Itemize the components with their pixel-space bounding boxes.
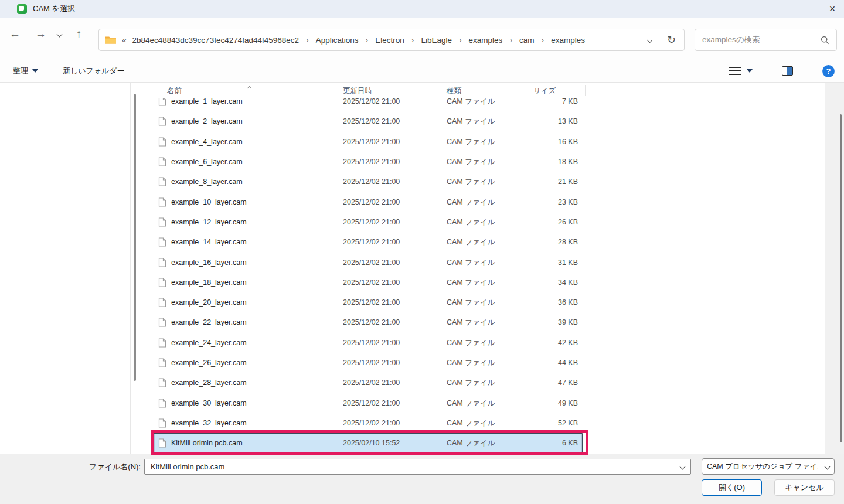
- file-row[interactable]: example_24_layer.cam 2025/12/02 21:00 CA…: [154, 333, 583, 353]
- list-view-icon: [729, 67, 741, 75]
- breadcrumb-item-1[interactable]: Applications: [316, 36, 359, 45]
- filename-input[interactable]: KitMill orimin pcb.cam: [144, 459, 691, 475]
- file-type: CAM ファイル: [447, 298, 495, 308]
- file-name: example_26_layer.cam: [171, 359, 247, 367]
- file-size: 16 KB: [558, 138, 578, 146]
- file-name: example_1_layer.cam: [171, 97, 243, 105]
- breadcrumb-item-0[interactable]: 2b84ec48843dc39cc73fec4274fad44f45968ec2: [132, 36, 300, 45]
- file-name: example_24_layer.cam: [171, 339, 247, 347]
- open-button[interactable]: 開く(O): [702, 479, 762, 496]
- file-size: 18 KB: [558, 158, 578, 166]
- column-divider[interactable]: [529, 85, 529, 96]
- file-name: example_30_layer.cam: [171, 399, 247, 407]
- folder-icon: [105, 35, 117, 45]
- filetype-dropdown-icon: [825, 464, 831, 469]
- breadcrumb-item-5[interactable]: cam: [519, 36, 535, 45]
- file-icon: [158, 137, 166, 147]
- breadcrumb-item-4[interactable]: examples: [469, 36, 503, 45]
- file-row[interactable]: KitMill orimin pcb.cam 2025/02/10 15:52 …: [154, 433, 583, 453]
- address-bar[interactable]: « 2b84ec48843dc39cc73fec4274fad44f45968e…: [98, 29, 685, 51]
- file-type: CAM ファイル: [447, 277, 495, 287]
- column-header-name[interactable]: 名前: [167, 86, 182, 96]
- column-divider[interactable]: [585, 85, 586, 96]
- filetype-select[interactable]: CAM プロセッサのジョブ ファイル (*.: [702, 458, 835, 475]
- file-date: 2025/12/02 21:00: [343, 419, 400, 427]
- refresh-icon[interactable]: ↻: [667, 33, 676, 46]
- file-row[interactable]: example_30_layer.cam 2025/12/02 21:00 CA…: [154, 393, 583, 413]
- file-row[interactable]: example_10_layer.cam 2025/12/02 21:00 CA…: [154, 192, 583, 212]
- file-row[interactable]: example_32_layer.cam 2025/12/02 21:00 CA…: [154, 413, 583, 433]
- search-icon: [821, 36, 829, 45]
- file-row[interactable]: example_28_layer.cam 2025/12/02 21:00 CA…: [154, 373, 583, 393]
- file-row[interactable]: example_22_layer.cam 2025/12/02 21:00 CA…: [154, 312, 583, 332]
- dialog-footer: ファイル名(N): KitMill orimin pcb.cam CAM プロセ…: [0, 454, 844, 504]
- file-date: 2025/12/02 21:00: [343, 218, 400, 226]
- file-icon: [158, 177, 166, 187]
- file-type: CAM ファイル: [447, 217, 495, 227]
- file-type: CAM ファイル: [447, 438, 495, 448]
- file-name: example_2_layer.cam: [171, 117, 243, 125]
- file-date: 2025/12/02 21:00: [343, 158, 400, 166]
- vertical-scrollbar[interactable]: [825, 83, 844, 454]
- cancel-button[interactable]: キャンセル: [774, 479, 835, 496]
- breadcrumb-item-3[interactable]: LibEagle: [421, 36, 452, 45]
- column-header-type[interactable]: 種類: [447, 86, 461, 96]
- file-size: 39 KB: [558, 318, 578, 326]
- breadcrumb-item-6[interactable]: examples: [551, 36, 585, 45]
- up-button[interactable]: ↑: [76, 28, 82, 39]
- file-row[interactable]: example_6_layer.cam 2025/12/02 21:00 CAM…: [154, 152, 583, 172]
- file-type: CAM ファイル: [447, 338, 495, 348]
- app-icon: [17, 4, 27, 14]
- file-size: 44 KB: [558, 359, 578, 367]
- file-row[interactable]: example_2_layer.cam 2025/12/02 21:00 CAM…: [154, 111, 583, 131]
- file-size: 6 KB: [562, 439, 578, 447]
- file-type: CAM ファイル: [447, 237, 495, 247]
- file-name: example_28_layer.cam: [171, 379, 247, 387]
- file-row[interactable]: example_20_layer.cam 2025/12/02 21:00 CA…: [154, 292, 583, 312]
- back-button[interactable]: ←: [9, 28, 21, 39]
- forward-button[interactable]: →: [35, 28, 46, 39]
- file-icon: [158, 117, 166, 127]
- column-header-date[interactable]: 更新日時: [343, 86, 372, 96]
- file-name: example_18_layer.cam: [171, 278, 247, 287]
- history-chevron-icon[interactable]: [57, 32, 63, 38]
- close-button[interactable]: ×: [821, 0, 844, 18]
- file-row[interactable]: example_12_layer.cam 2025/12/02 21:00 CA…: [154, 212, 583, 232]
- file-row[interactable]: example_14_layer.cam 2025/12/02 21:00 CA…: [154, 232, 583, 252]
- column-divider[interactable]: [339, 85, 339, 96]
- breadcrumb-separator: ›: [306, 35, 309, 45]
- file-list-area: example_1_layer.cam 2025/12/02 21:00 CAM…: [0, 83, 844, 454]
- new-folder-button[interactable]: 新しいフォルダー: [63, 66, 125, 76]
- breadcrumb-item-2[interactable]: Electron: [375, 36, 404, 45]
- filename-value: KitMill orimin pcb.cam: [151, 462, 224, 471]
- file-type: CAM ファイル: [447, 398, 495, 408]
- file-date: 2025/12/02 21:00: [343, 258, 400, 267]
- file-size: 34 KB: [558, 278, 578, 287]
- filename-dropdown-icon[interactable]: [680, 464, 686, 470]
- new-folder-label: 新しいフォルダー: [63, 66, 125, 76]
- file-date: 2025/12/02 21:00: [343, 138, 400, 146]
- file-date: 2025/12/02 21:00: [343, 379, 400, 387]
- organize-button[interactable]: 整理: [13, 66, 38, 76]
- view-mode-button[interactable]: [729, 67, 753, 75]
- file-row[interactable]: example_18_layer.cam 2025/12/02 21:00 CA…: [154, 273, 583, 292]
- navigation-pane-scrollbar[interactable]: [134, 94, 136, 381]
- breadcrumb-prefix: «: [122, 36, 127, 45]
- address-dropdown-icon[interactable]: [646, 37, 652, 43]
- file-type: CAM ファイル: [447, 117, 495, 127]
- file-row[interactable]: example_4_layer.cam 2025/12/02 21:00 CAM…: [154, 132, 583, 152]
- breadcrumb-separator: ›: [366, 35, 369, 45]
- file-size: 23 KB: [558, 198, 578, 206]
- file-row[interactable]: example_8_layer.cam 2025/12/02 21:00 CAM…: [154, 172, 583, 192]
- preview-pane-icon[interactable]: [782, 66, 793, 76]
- file-row[interactable]: example_16_layer.cam 2025/12/02 21:00 CA…: [154, 252, 583, 272]
- vertical-scrollbar-thumb[interactable]: [840, 114, 842, 442]
- file-icon: [158, 438, 166, 448]
- file-row[interactable]: example_26_layer.cam 2025/12/02 21:00 CA…: [154, 353, 583, 373]
- search-input[interactable]: examplesの検索: [695, 29, 837, 51]
- help-icon[interactable]: ?: [822, 65, 835, 77]
- column-divider[interactable]: [443, 85, 443, 96]
- file-size: 47 KB: [558, 379, 578, 387]
- column-header-size[interactable]: サイズ: [533, 86, 556, 96]
- breadcrumb-separator: ›: [411, 35, 414, 45]
